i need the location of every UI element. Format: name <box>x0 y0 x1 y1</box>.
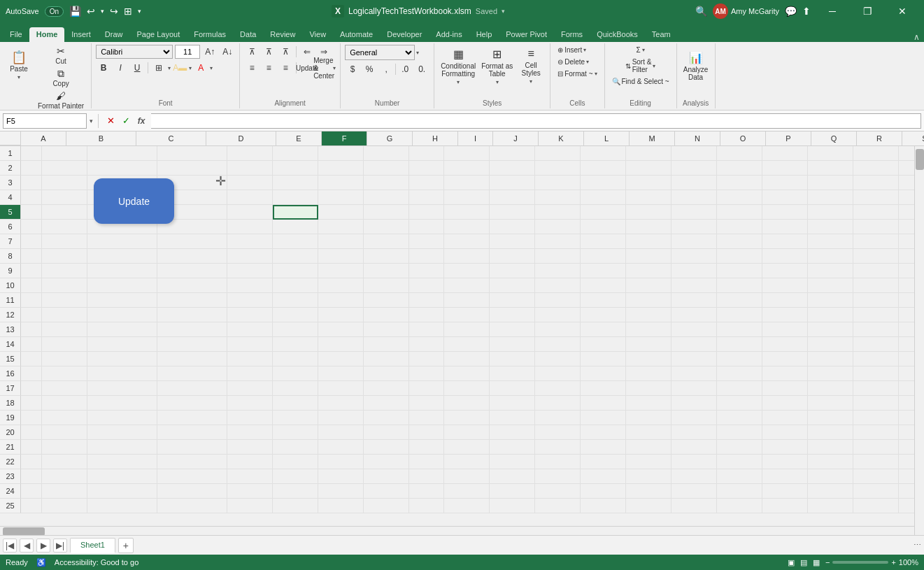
cell-O2[interactable] <box>671 161 717 176</box>
comments-icon[interactable]: 💬 <box>785 6 797 17</box>
cell-J16[interactable] <box>444 366 490 381</box>
decimal-increase-button[interactable]: .0 <box>397 62 413 76</box>
cell-F14[interactable] <box>273 337 318 352</box>
fill-dropdown[interactable]: ▾ <box>189 65 192 71</box>
cell-K14[interactable] <box>490 337 535 352</box>
cell-J23[interactable] <box>444 469 490 484</box>
cell-S25[interactable] <box>853 499 899 513</box>
cell-L22[interactable] <box>535 455 581 469</box>
formula-confirm-button[interactable]: ✓ <box>119 114 133 128</box>
cell-E21[interactable] <box>227 440 273 455</box>
col-header-m[interactable]: M <box>630 131 675 145</box>
update-button[interactable]: Update <box>94 178 174 224</box>
cell-N2[interactable] <box>626 161 671 176</box>
cell-L5[interactable] <box>535 205 581 220</box>
cell-M15[interactable] <box>581 352 626 366</box>
cell-I10[interactable] <box>409 278 444 293</box>
cell-F20[interactable] <box>273 425 318 440</box>
cell-O14[interactable] <box>671 337 717 352</box>
cell-O3[interactable] <box>671 176 717 190</box>
cell-P10[interactable] <box>717 278 762 293</box>
cell-S16[interactable] <box>853 366 899 381</box>
cell-Q1[interactable] <box>762 146 808 161</box>
minimize-button[interactable]: ─ <box>816 0 848 22</box>
cell-P17[interactable] <box>717 381 762 396</box>
cell-O16[interactable] <box>671 366 717 381</box>
cell-M14[interactable] <box>581 337 626 352</box>
cell-S7[interactable] <box>853 234 899 249</box>
row-header-20[interactable]: 20 <box>0 425 21 440</box>
cell-M6[interactable] <box>581 220 626 234</box>
cell-G5[interactable] <box>318 205 364 220</box>
cell-J20[interactable] <box>444 425 490 440</box>
row-header-10[interactable]: 10 <box>0 278 21 293</box>
cell-K21[interactable] <box>490 440 535 455</box>
cell-S17[interactable] <box>853 381 899 396</box>
cell-S18[interactable] <box>853 396 899 411</box>
cell-K13[interactable] <box>490 322 535 337</box>
cell-F4[interactable] <box>273 190 318 205</box>
cell-M25[interactable] <box>581 499 626 513</box>
tab-add-ins[interactable]: Add-ins <box>429 27 469 42</box>
cell-N8[interactable] <box>626 249 671 264</box>
cell-Q13[interactable] <box>762 322 808 337</box>
cell-P25[interactable] <box>717 499 762 513</box>
cell-E3[interactable] <box>227 176 273 190</box>
col-header-d[interactable]: D <box>206 131 276 145</box>
cell-I11[interactable] <box>409 293 444 308</box>
cell-H10[interactable] <box>364 278 409 293</box>
col-header-c[interactable]: C <box>136 131 206 145</box>
cell-S15[interactable] <box>853 352 899 366</box>
sheet-tab-sheet1[interactable]: Sheet1 <box>70 538 115 553</box>
cell-C16[interactable] <box>87 366 157 381</box>
font-family-select[interactable]: Calibri <box>96 45 173 59</box>
cell-R13[interactable] <box>808 322 853 337</box>
name-box-dropdown[interactable]: ▾ <box>90 117 93 124</box>
col-header-l[interactable]: L <box>584 131 630 145</box>
cell-F23[interactable] <box>273 469 318 484</box>
cell-R10[interactable] <box>808 278 853 293</box>
col-header-n[interactable]: N <box>675 131 720 145</box>
cell-M9[interactable] <box>581 264 626 278</box>
cell-L1[interactable] <box>535 146 581 161</box>
percent-button[interactable]: % <box>362 62 377 76</box>
cell-E6[interactable] <box>227 220 273 234</box>
cell-P20[interactable] <box>717 425 762 440</box>
cell-L21[interactable] <box>535 440 581 455</box>
cell-B24[interactable] <box>42 484 87 499</box>
cell-P4[interactable] <box>717 190 762 205</box>
cell-E1[interactable] <box>227 146 273 161</box>
cell-R18[interactable] <box>808 396 853 411</box>
cell-H17[interactable] <box>364 381 409 396</box>
cell-F22[interactable] <box>273 455 318 469</box>
cell-J19[interactable] <box>444 411 490 425</box>
cell-J2[interactable] <box>444 161 490 176</box>
row-header-24[interactable]: 24 <box>0 484 21 499</box>
cell-I19[interactable] <box>409 411 444 425</box>
cell-E15[interactable] <box>227 352 273 366</box>
cell-I6[interactable] <box>409 220 444 234</box>
cell-O13[interactable] <box>671 322 717 337</box>
tab-developer[interactable]: Developer <box>380 27 429 42</box>
cell-G18[interactable] <box>318 396 364 411</box>
format-cells-button[interactable]: ⊟ Format ~ ▾ <box>555 69 599 79</box>
cell-M4[interactable] <box>581 190 626 205</box>
cell-C11[interactable] <box>87 293 157 308</box>
tab-automate[interactable]: Automate <box>333 27 380 42</box>
cell-N10[interactable] <box>626 278 671 293</box>
align-left-button[interactable]: ≡ <box>244 61 260 75</box>
cell-J22[interactable] <box>444 455 490 469</box>
cell-I3[interactable] <box>409 176 444 190</box>
row-header-22[interactable]: 22 <box>0 455 21 469</box>
cell-H7[interactable] <box>364 234 409 249</box>
cell-I14[interactable] <box>409 337 444 352</box>
cell-B19[interactable] <box>42 411 87 425</box>
cell-A23[interactable] <box>21 469 42 484</box>
cell-G9[interactable] <box>318 264 364 278</box>
sheet-options-icon[interactable]: ⋯ <box>914 541 921 550</box>
cell-A13[interactable] <box>21 322 42 337</box>
cell-S20[interactable] <box>853 425 899 440</box>
cell-K5[interactable] <box>490 205 535 220</box>
cell-S5[interactable] <box>853 205 899 220</box>
cell-M8[interactable] <box>581 249 626 264</box>
